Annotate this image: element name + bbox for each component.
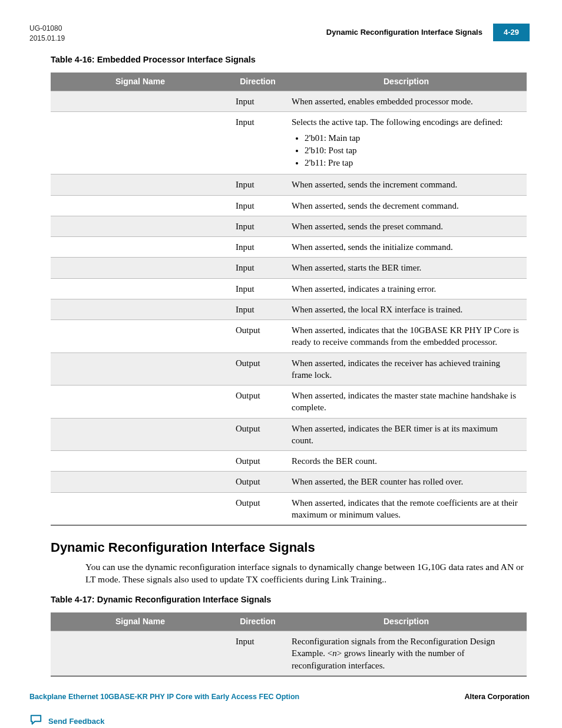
footer-left-link[interactable]: Backplane Ethernet 10GBASE-KR PHY IP Cor…: [29, 692, 299, 702]
cell-direction: Output: [230, 353, 286, 386]
cell-direction: Output: [230, 320, 286, 353]
table-row: OutputWhen asserted, indicates that the …: [51, 320, 527, 353]
send-feedback-link[interactable]: Send Feedback: [48, 716, 104, 727]
cell-description: When asserted, indicates a training erro…: [286, 278, 527, 299]
table-row: InputWhen asserted, sends the decrement …: [51, 195, 527, 216]
col-header-signal: Signal Name: [51, 73, 230, 91]
table-row: InputReconfiguration signals from the Re…: [51, 631, 527, 676]
cell-direction: Input: [230, 216, 286, 236]
page-number-badge: 4-29: [493, 24, 530, 41]
cell-signal: [51, 174, 230, 195]
cell-direction: Output: [230, 451, 286, 472]
table-16-caption: Table 4-16: Embedded Processor Interface…: [51, 54, 530, 66]
table-row: InputWhen asserted, enables embedded pro…: [51, 91, 527, 112]
table-17-caption: Table 4-17: Dynamic Reconfiguration Inte…: [51, 594, 530, 606]
table-row: InputWhen asserted, starts the BER timer…: [51, 258, 527, 278]
col-header-direction: Direction: [230, 612, 286, 631]
cell-description: When asserted, the local RX interface is…: [286, 299, 527, 319]
col-header-description: Description: [286, 73, 527, 91]
section-body: You can use the dynamic reconfiguration …: [85, 561, 530, 586]
cell-description: When asserted, sends the preset command.: [286, 216, 527, 236]
cell-description: When asserted, indicates that the 10GBAS…: [286, 320, 527, 353]
cell-description: When asserted, enables embedded processo…: [286, 91, 527, 112]
cell-signal: [51, 278, 230, 299]
cell-description: When asserted, sends the decrement comma…: [286, 195, 527, 216]
table-17: Signal Name Direction Description InputR…: [51, 612, 527, 677]
table-row: InputWhen asserted, sends the preset com…: [51, 216, 527, 236]
cell-signal: [51, 386, 230, 419]
cell-direction: Input: [230, 195, 286, 216]
table-row: InputWhen asserted, the local RX interfa…: [51, 299, 527, 319]
section-heading: Dynamic Reconfiguration Interface Signal…: [51, 539, 530, 556]
feedback-row: Send Feedback: [29, 714, 530, 728]
list-item: 2'b10: Post tap: [305, 144, 521, 156]
cell-direction: Output: [230, 492, 286, 525]
cell-signal: [51, 299, 230, 319]
table-row: OutputWhen asserted, the BER counter has…: [51, 472, 527, 492]
doc-id: UG-01080: [29, 24, 65, 34]
cell-description: When asserted, indicates that the remote…: [286, 492, 527, 525]
table-row: OutputWhen asserted, indicates the recei…: [51, 353, 527, 386]
cell-description: When asserted, indicates the BER timer i…: [286, 418, 527, 451]
col-header-signal: Signal Name: [51, 612, 230, 631]
cell-direction: Input: [230, 174, 286, 195]
cell-description: When asserted, the BER counter has rolle…: [286, 472, 527, 492]
cell-description: When asserted, indicates the master stat…: [286, 386, 527, 419]
cell-signal: [51, 320, 230, 353]
cell-signal: [51, 418, 230, 451]
col-header-description: Description: [286, 612, 527, 631]
cell-signal: [51, 195, 230, 216]
page-header: UG-01080 2015.01.19 Dynamic Reconfigurat…: [29, 24, 530, 44]
cell-description: When asserted, indicates the receiver ha…: [286, 353, 527, 386]
cell-signal: [51, 492, 230, 525]
cell-signal: [51, 216, 230, 236]
table-row: OutputRecords the BER count.: [51, 451, 527, 472]
cell-description: Reconfiguration signals from the Reconfi…: [286, 631, 527, 676]
list-item: 2'b11: Pre tap: [305, 157, 521, 169]
table-row: InputSelects the active tap. The followi…: [51, 112, 527, 174]
cell-description: Selects the active tap. The following en…: [286, 112, 527, 174]
cell-direction: Input: [230, 258, 286, 278]
col-header-direction: Direction: [230, 73, 286, 91]
cell-direction: Input: [230, 91, 286, 112]
cell-description: When asserted, sends the initialize comm…: [286, 237, 527, 258]
cell-signal: [51, 353, 230, 386]
cell-signal: [51, 258, 230, 278]
header-section-title: Dynamic Reconfiguration Interface Signal…: [326, 27, 482, 38]
cell-signal: [51, 451, 230, 472]
table-row: InputWhen asserted, indicates a training…: [51, 278, 527, 299]
cell-direction: Output: [230, 386, 286, 419]
cell-direction: Output: [230, 418, 286, 451]
cell-direction: Input: [230, 237, 286, 258]
cell-direction: Input: [230, 299, 286, 319]
cell-direction: Input: [230, 631, 286, 676]
cell-description: When asserted, sends the increment comma…: [286, 174, 527, 195]
cell-signal: [51, 631, 230, 676]
cell-signal: [51, 112, 230, 174]
table-row: OutputWhen asserted, indicates that the …: [51, 492, 527, 525]
cell-signal: [51, 472, 230, 492]
header-right: Dynamic Reconfiguration Interface Signal…: [326, 24, 530, 41]
doc-date: 2015.01.19: [29, 34, 65, 44]
table-row: OutputWhen asserted, indicates the BER t…: [51, 418, 527, 451]
table-16: Signal Name Direction Description InputW…: [51, 73, 527, 526]
footer-right: Altera Corporation: [465, 692, 530, 702]
cell-signal: [51, 91, 230, 112]
table-row: InputWhen asserted, sends the initialize…: [51, 237, 527, 258]
list-item: 2'b01: Main tap: [305, 132, 521, 144]
cell-direction: Output: [230, 472, 286, 492]
cell-description: Records the BER count.: [286, 451, 527, 472]
cell-direction: Input: [230, 278, 286, 299]
header-left: UG-01080 2015.01.19: [29, 24, 65, 44]
feedback-icon[interactable]: [29, 714, 42, 728]
table-row: InputWhen asserted, sends the increment …: [51, 174, 527, 195]
cell-description: When asserted, starts the BER timer.: [286, 258, 527, 278]
cell-signal: [51, 237, 230, 258]
footer: Backplane Ethernet 10GBASE-KR PHY IP Cor…: [29, 692, 530, 702]
cell-direction: Input: [230, 112, 286, 174]
table-row: OutputWhen asserted, indicates the maste…: [51, 386, 527, 419]
